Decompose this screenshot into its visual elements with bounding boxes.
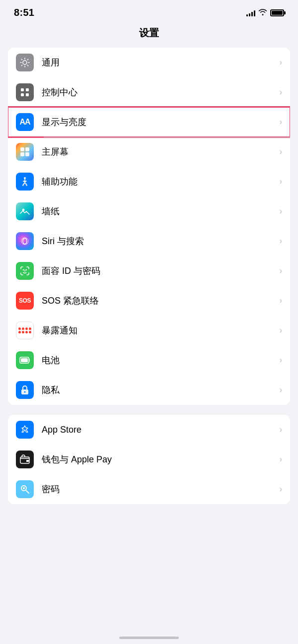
app-store-icon: [16, 421, 34, 439]
display-chevron: ›: [280, 118, 282, 127]
face-id-label: 面容 ID 与密码: [42, 265, 280, 277]
status-bar: 8:51: [0, 0, 298, 22]
battery-icon: [270, 9, 284, 16]
home-screen-chevron: ›: [280, 147, 282, 156]
home-screen-icon: [16, 143, 34, 161]
sidebar-item-wallpaper[interactable]: 墙纸 ›: [8, 196, 290, 226]
svg-rect-19: [26, 460, 29, 462]
accessibility-icon: [16, 173, 34, 191]
passwords-chevron: ›: [280, 485, 282, 494]
passwords-icon: [16, 480, 34, 498]
wifi-icon: [258, 8, 267, 17]
sidebar-item-exposure[interactable]: 暴露通知 ›: [8, 316, 290, 345]
battery-label: 电池: [42, 354, 280, 366]
sidebar-item-home-screen[interactable]: 主屏幕 ›: [8, 137, 290, 167]
control-center-label: 控制中心: [42, 86, 280, 98]
siri-label: Siri 与搜索: [42, 235, 280, 247]
app-store-chevron: ›: [280, 425, 282, 434]
accessibility-label: 辅助功能: [42, 176, 280, 188]
sos-icon: SOS: [16, 292, 34, 310]
svg-rect-2: [21, 93, 24, 96]
sidebar-item-passwords[interactable]: 密码 ›: [8, 474, 290, 504]
svg-rect-3: [26, 93, 29, 96]
wallet-label: 钱包与 Apple Pay: [42, 453, 280, 465]
general-chevron: ›: [280, 58, 282, 67]
svg-point-10: [21, 238, 28, 245]
sidebar-item-battery[interactable]: 电池 ›: [8, 345, 290, 375]
status-icons: [246, 8, 284, 17]
display-label: 显示与亮度: [42, 116, 280, 128]
sidebar-item-app-store[interactable]: App Store ›: [8, 415, 290, 445]
svg-rect-15: [21, 358, 28, 362]
svg-rect-1: [26, 88, 29, 91]
privacy-chevron: ›: [280, 386, 282, 394]
svg-rect-0: [21, 88, 24, 91]
exposure-icon: [16, 322, 34, 339]
face-id-chevron: ›: [280, 266, 282, 275]
wallet-icon: [16, 451, 34, 468]
siri-chevron: ›: [280, 237, 282, 246]
svg-rect-4: [20, 147, 24, 151]
battery-chevron: ›: [280, 356, 282, 365]
sos-label: SOS 紧急联络: [42, 295, 280, 307]
exposure-label: 暴露通知: [42, 324, 280, 336]
wallpaper-label: 墙纸: [42, 205, 280, 217]
wallpaper-icon: [16, 202, 34, 220]
sidebar-item-display[interactable]: AA 显示与亮度 ›: [8, 107, 290, 137]
sidebar-item-control-center[interactable]: 控制中心 ›: [8, 77, 290, 107]
passwords-label: 密码: [42, 483, 280, 495]
app-store-label: App Store: [42, 425, 280, 435]
control-center-icon: [16, 83, 34, 101]
sidebar-item-wallet[interactable]: 钱包与 Apple Pay ›: [8, 445, 290, 474]
svg-point-21: [23, 487, 25, 489]
accessibility-chevron: ›: [280, 177, 282, 186]
control-center-chevron: ›: [280, 88, 282, 97]
svg-point-8: [24, 177, 26, 179]
privacy-label: 隐私: [42, 384, 280, 396]
svg-point-13: [26, 269, 27, 270]
page-title: 设置: [0, 22, 298, 48]
sos-chevron: ›: [280, 296, 282, 305]
battery-settings-icon: [16, 351, 34, 369]
sidebar-item-privacy[interactable]: 隐私 ›: [8, 375, 290, 405]
exposure-chevron: ›: [280, 326, 282, 335]
wallpaper-chevron: ›: [280, 207, 282, 216]
sidebar-item-general[interactable]: 通用 ›: [8, 48, 290, 77]
siri-icon: [16, 232, 34, 250]
home-indicator: [119, 637, 179, 639]
svg-rect-7: [25, 152, 29, 156]
sidebar-item-face-id[interactable]: 面容 ID 与密码 ›: [8, 256, 290, 286]
status-time: 8:51: [14, 7, 34, 18]
home-screen-label: 主屏幕: [42, 146, 280, 158]
svg-rect-5: [25, 147, 29, 151]
wallet-chevron: ›: [280, 455, 282, 464]
privacy-icon: [16, 381, 34, 399]
general-label: 通用: [42, 57, 280, 68]
sidebar-item-sos[interactable]: SOS SOS 紧急联络 ›: [8, 286, 290, 316]
general-icon: [16, 54, 34, 71]
signal-icon: [246, 9, 255, 16]
svg-point-12: [23, 269, 24, 270]
sidebar-item-accessibility[interactable]: 辅助功能 ›: [8, 167, 290, 196]
svg-point-11: [23, 238, 27, 244]
display-icon: AA: [16, 113, 34, 131]
sidebar-item-siri[interactable]: Siri 与搜索 ›: [8, 226, 290, 256]
svg-rect-6: [20, 152, 24, 156]
face-id-icon: [16, 262, 34, 280]
svg-point-17: [24, 391, 26, 393]
apps-settings-group: App Store › 钱包与 Apple Pay › 密码 ›: [8, 415, 290, 504]
system-settings-group: 通用 › 控制中心 › AA 显示与亮度 ›: [8, 48, 290, 405]
